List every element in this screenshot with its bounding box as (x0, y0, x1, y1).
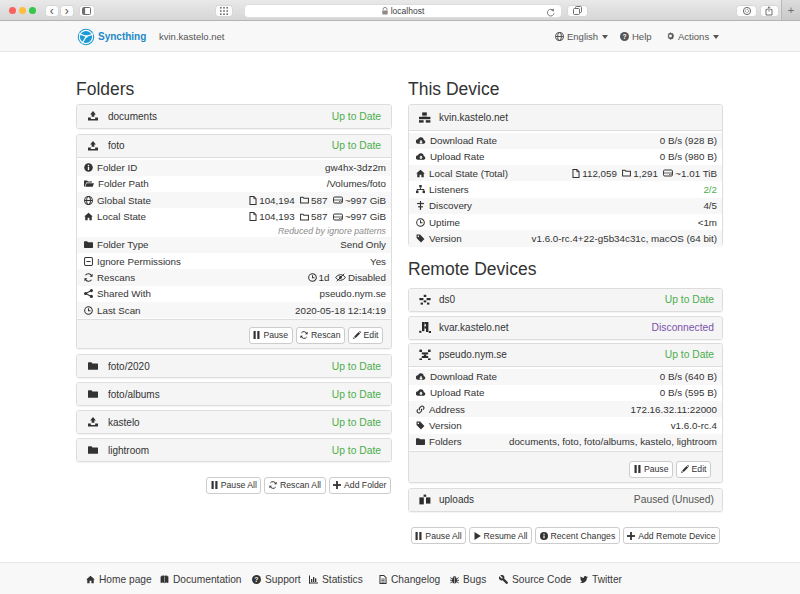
svg-text:?: ? (254, 576, 258, 583)
svg-text:?: ? (622, 33, 626, 40)
